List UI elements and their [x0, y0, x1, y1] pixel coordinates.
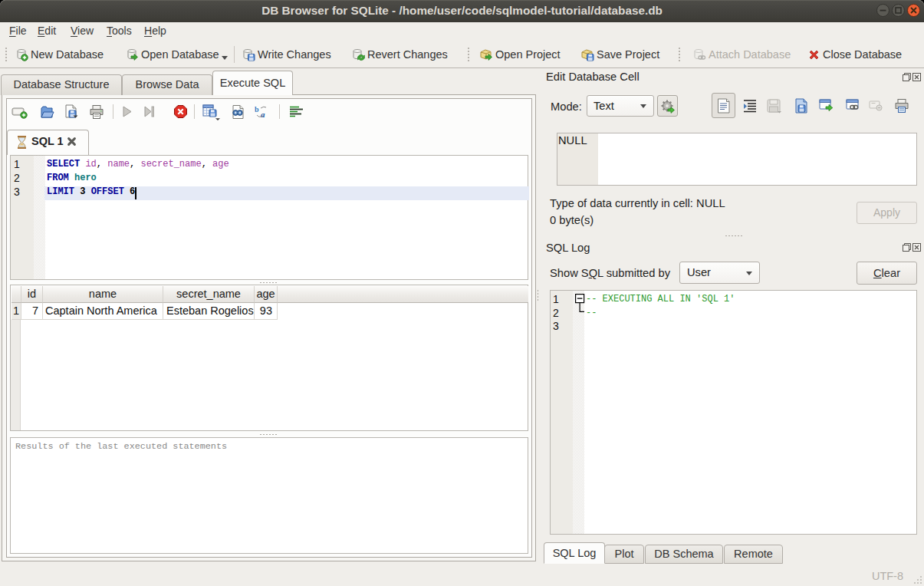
svg-text:a: a: [261, 110, 265, 119]
svg-text:b: b: [255, 105, 259, 114]
